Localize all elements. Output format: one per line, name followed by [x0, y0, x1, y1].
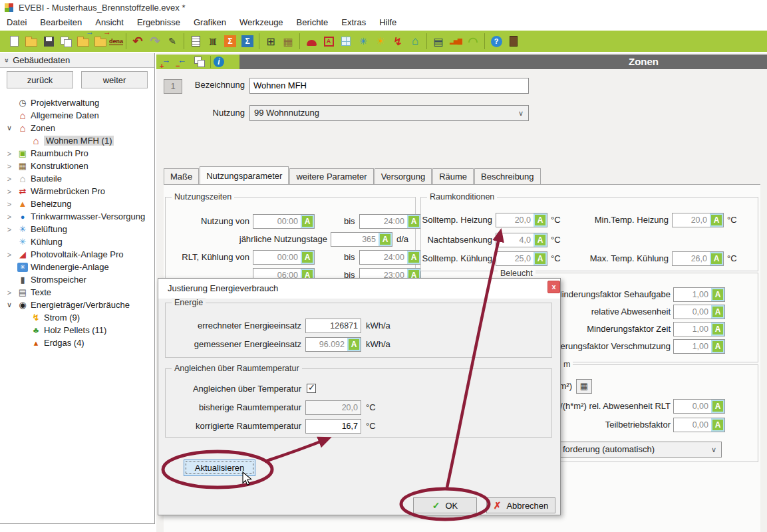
lightning-icon[interactable] [389, 33, 406, 50]
edit-wand-icon[interactable] [164, 33, 181, 50]
redo-icon[interactable] [146, 33, 164, 50]
minderungsfaktor-sehaufgabe-field[interactable]: 1,00A [673, 287, 725, 302]
info-icon[interactable] [214, 57, 224, 67]
minderungsfaktor-zeit-field[interactable]: 1,00A [673, 322, 725, 336]
expander-closed-icon[interactable] [5, 200, 13, 208]
auto-button[interactable]: A [534, 213, 547, 227]
expander-closed-icon[interactable] [5, 175, 13, 183]
scheme-icon[interactable] [262, 33, 279, 50]
energy-curve-icon[interactable] [464, 33, 482, 50]
sun-icon[interactable] [372, 33, 389, 50]
solltemp-heizung-field[interactable]: 20,0A [496, 213, 547, 227]
auto-button[interactable]: A [534, 252, 547, 265]
remove-zone-icon[interactable] [176, 56, 192, 68]
solltemp-kuehlung-field[interactable]: 25,0A [496, 251, 547, 266]
ventilator-icon[interactable] [355, 33, 372, 50]
sum-orange-icon[interactable] [222, 33, 239, 50]
export-folder-icon[interactable] [92, 33, 109, 50]
expander-closed-icon[interactable] [5, 225, 13, 233]
max-temp-kuehlung-field[interactable]: 26,0A [672, 251, 724, 266]
expander-closed-icon[interactable] [5, 188, 13, 196]
auto-button[interactable]: A [301, 215, 314, 228]
expander-closed-icon[interactable] [5, 150, 13, 158]
close-icon[interactable]: x [547, 281, 560, 293]
auto-button[interactable]: A [711, 400, 724, 413]
auto-button[interactable]: A [534, 233, 547, 247]
sidebar-item-holz-pellets[interactable]: Holz Pellets (11) [0, 324, 154, 336]
errechneter-energieeinsatz-field[interactable]: 126871 [305, 319, 361, 333]
save-icon[interactable] [40, 33, 57, 50]
auto-button[interactable]: A [711, 305, 724, 319]
bezeichnung-input[interactable]: Wohnen MFH [249, 78, 529, 94]
menu-bearbeiten[interactable]: Bearbeiten [33, 15, 88, 31]
sidebar-item-energietraeger[interactable]: Energieträger/Verbräuche [0, 299, 154, 311]
expander-closed-icon[interactable] [5, 251, 13, 259]
help-icon[interactable] [488, 33, 505, 50]
nutzungstage-field[interactable]: 365A [331, 232, 392, 247]
copy-zone-icon[interactable] [192, 56, 208, 68]
menu-extras[interactable]: Extras [335, 15, 373, 31]
report-icon[interactable] [430, 33, 447, 50]
auto-button[interactable]: A [711, 340, 724, 353]
minderungsfaktor-verschmutzung-field[interactable]: 1,00A [673, 339, 725, 354]
new-file-icon[interactable] [5, 33, 23, 50]
ok-button[interactable]: OK [413, 497, 477, 513]
nachtabsenkung-field[interactable]: 4,0A [496, 233, 547, 247]
import-folder-icon[interactable] [75, 33, 92, 50]
expander-closed-icon[interactable] [5, 213, 13, 221]
door-icon[interactable] [505, 33, 522, 50]
auto-button[interactable]: A [710, 213, 723, 227]
rel-abwesenheit-rlt-field[interactable]: 0,00A [673, 399, 725, 414]
tab-versorgung[interactable]: Versorgung [375, 168, 432, 184]
gemessener-energieeinsatz-field[interactable]: 96.092A [305, 337, 361, 352]
nutzung-select[interactable]: 99 Wohnnutzung [249, 105, 529, 121]
calculator-button[interactable] [576, 379, 592, 394]
sidebar-item-wohnen-mfh[interactable]: Wohnen MFH (1) [0, 134, 154, 147]
document-icon[interactable] [187, 33, 204, 50]
menu-grafiken[interactable]: Grafiken [187, 15, 233, 31]
sidebar-header[interactable]: Gebäudedaten [0, 53, 154, 68]
sidebar-item-allgemeine-daten[interactable]: Allgemeine Daten [0, 109, 154, 122]
cancel-button[interactable]: Abbrechen [486, 497, 555, 513]
sidebar-item-erdgas[interactable]: Erdgas (4) [0, 336, 154, 349]
wall-layers-icon[interactable] [279, 33, 297, 50]
sidebar-item-belueftung[interactable]: Belüftung [0, 223, 154, 235]
sidebar-item-trinkwarmwasser[interactable]: Trinkwarmwasser-Versorgung [0, 210, 154, 223]
nutzung-von-field[interactable]: 00:00A [253, 214, 315, 229]
back-button[interactable]: zurück [7, 71, 73, 88]
sidebar-item-bauteile[interactable]: Bauteile [0, 172, 154, 185]
sidebar-item-texte[interactable]: Texte [0, 286, 154, 299]
sidebar-item-waermebruecken[interactable]: Wärmebrücken Pro [0, 185, 154, 198]
menu-werkzeuge[interactable]: Werkzeuge [233, 15, 290, 31]
house-euro-icon[interactable] [406, 33, 424, 50]
korrigierte-raumtemperatur-field[interactable]: 16,7 [305, 419, 361, 434]
tab-nutzungsparameter[interactable]: Nutzungsparameter [200, 166, 289, 184]
menu-ergebnisse[interactable]: Ergebnisse [130, 15, 187, 31]
auto-button[interactable]: A [710, 252, 723, 265]
next-button[interactable]: weiter [81, 71, 148, 88]
helmet-icon[interactable] [303, 33, 320, 50]
expander-closed-icon[interactable] [5, 162, 13, 170]
expander-open-icon[interactable] [5, 301, 13, 309]
rlt-von-field[interactable]: 00:00A [253, 250, 315, 265]
add-zone-icon[interactable] [160, 56, 176, 68]
expander-closed-icon[interactable] [5, 289, 13, 297]
sidebar-item-photovoltaik[interactable]: Photovoltaik-Anlage Pro [0, 248, 154, 261]
open-folder-icon[interactable] [23, 33, 40, 50]
sum-blue-icon[interactable] [239, 33, 256, 50]
auto-button[interactable]: A [711, 323, 724, 336]
tab-beschreibung[interactable]: Beschreibung [474, 168, 541, 184]
tab-masse[interactable]: Maße [164, 168, 199, 184]
sidebar-item-beheizung[interactable]: Beheizung [0, 198, 154, 210]
sidebar-item-raumbuch-pro[interactable]: Raumbuch Pro [0, 147, 154, 160]
pipe-section-icon[interactable] [204, 33, 222, 50]
menu-datei[interactable]: Datei [0, 15, 33, 31]
copy-icon[interactable] [57, 33, 75, 50]
auto-button[interactable]: A [379, 233, 392, 246]
teilbetriebsfaktor-field[interactable]: 0,00A [673, 418, 725, 432]
tab-weitere-parameter[interactable]: weitere Parameter [289, 168, 373, 184]
expander-open-icon[interactable] [5, 124, 13, 132]
sidebar-item-kuehlung[interactable]: Kühlung [0, 235, 154, 248]
relative-abwesenheit-field[interactable]: 0,00A [673, 305, 725, 319]
sidebar-item-windenergie[interactable]: Windenergie-Anlage [0, 261, 154, 273]
